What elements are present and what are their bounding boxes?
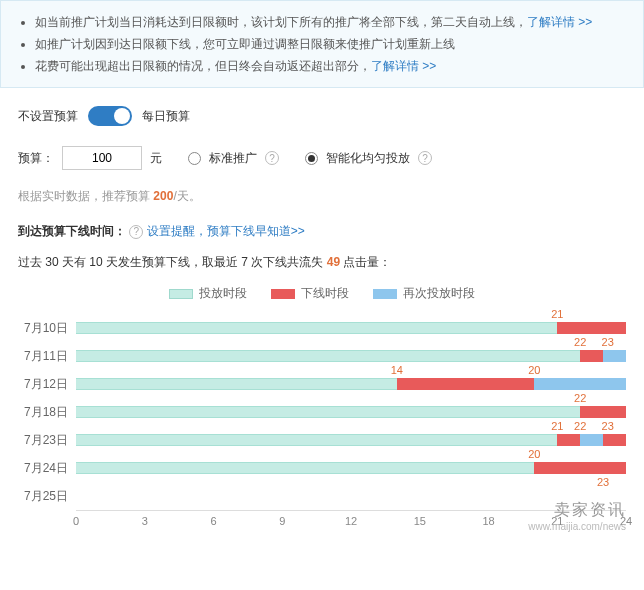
info-item: 如当前推广计划当日消耗达到日限额时，该计划下所有的推广将全部下线，第二天自动上线… — [35, 11, 629, 33]
chart-row: 7月24日20 — [18, 454, 626, 482]
value-label: 21 — [551, 420, 563, 432]
budget-toggle-row: 不设置预算 每日预算 — [18, 106, 626, 126]
value-label: 14 — [391, 364, 403, 376]
bar-area: 23 — [76, 490, 626, 502]
segment-re — [534, 378, 626, 390]
budget-toggle[interactable] — [88, 106, 132, 126]
segment-off — [603, 434, 626, 446]
segment-off — [397, 378, 535, 390]
x-tick: 3 — [142, 515, 148, 527]
offline-link-more[interactable]: 预算下线早知道>> — [207, 224, 305, 238]
y-label: 7月25日 — [18, 488, 76, 505]
segment-active — [76, 378, 397, 390]
value-label: 23 — [602, 336, 614, 348]
toggle-left-label: 不设置预算 — [18, 108, 78, 125]
chart-row: 7月12日1420 — [18, 370, 626, 398]
help-icon[interactable]: ? — [265, 151, 279, 165]
legend-re: 再次投放时段 — [373, 285, 475, 302]
timeline-chart: 7月10日217月11日22237月12日14207月18日227月23日212… — [0, 314, 644, 540]
y-label: 7月11日 — [18, 348, 76, 365]
y-label: 7月18日 — [18, 404, 76, 421]
recommend-text: 根据实时数据，推荐预算 200/天。 — [18, 188, 626, 205]
chart-row: 7月25日23 — [18, 482, 626, 510]
y-label: 7月24日 — [18, 460, 76, 477]
info-link[interactable]: 了解详情 >> — [371, 59, 436, 73]
budget-unit: 元 — [150, 150, 162, 167]
segment-re — [580, 434, 603, 446]
y-label: 7月12日 — [18, 376, 76, 393]
budget-input[interactable] — [62, 146, 142, 170]
value-label: 20 — [528, 364, 540, 376]
segment-off — [580, 350, 603, 362]
value-label: 23 — [602, 420, 614, 432]
offline-row: 到达预算下线时间： ? 设置提醒，预算下线早知道>> — [18, 223, 626, 240]
segment-active — [76, 434, 557, 446]
value-label: 20 — [528, 448, 540, 460]
budget-row: 预算： 元 标准推广 ? 智能化均匀投放 ? — [18, 146, 626, 170]
x-tick: 6 — [210, 515, 216, 527]
x-tick: 24 — [620, 515, 632, 527]
segment-off — [534, 462, 626, 474]
x-tick: 12 — [345, 515, 357, 527]
bar-area: 212223 — [76, 434, 626, 446]
value-label: 22 — [574, 336, 586, 348]
chart-legend: 投放时段 下线时段 再次投放时段 — [18, 285, 626, 302]
chart-row: 7月18日22 — [18, 398, 626, 426]
x-tick: 21 — [551, 515, 563, 527]
toggle-right-label: 每日预算 — [142, 108, 190, 125]
segment-off — [557, 322, 626, 334]
segment-active — [76, 462, 534, 474]
segment-active — [76, 406, 580, 418]
bar-area: 2223 — [76, 350, 626, 362]
x-tick: 0 — [73, 515, 79, 527]
legend-off: 下线时段 — [271, 285, 349, 302]
x-tick: 18 — [482, 515, 494, 527]
chart-row: 7月10日21 — [18, 314, 626, 342]
legend-active: 投放时段 — [169, 285, 247, 302]
bar-area: 21 — [76, 322, 626, 334]
radio-smart[interactable] — [305, 152, 318, 165]
help-icon[interactable]: ? — [129, 225, 143, 239]
segment-active — [76, 322, 557, 334]
radio-standard[interactable] — [188, 152, 201, 165]
segment-off — [580, 406, 626, 418]
info-item: 如推广计划因到达日限额下线，您可立即通过调整日限额来使推广计划重新上线 — [35, 33, 629, 55]
value-label: 21 — [551, 308, 563, 320]
offline-label: 到达预算下线时间： — [18, 224, 126, 238]
x-tick: 9 — [279, 515, 285, 527]
segment-re — [603, 350, 626, 362]
y-label: 7月23日 — [18, 432, 76, 449]
y-label: 7月10日 — [18, 320, 76, 337]
info-link[interactable]: 了解详情 >> — [527, 15, 592, 29]
x-axis: 03691215182124 — [76, 510, 626, 530]
bar-area: 22 — [76, 406, 626, 418]
stats-text: 过去 30 天有 10 天发生预算下线，取最近 7 次下线共流失 49 点击量： — [18, 254, 626, 271]
radio-smart-label: 智能化均匀投放 — [326, 150, 410, 167]
offline-link-remind[interactable]: 设置提醒， — [147, 224, 207, 238]
value-label: 22 — [574, 392, 586, 404]
segment-active — [76, 350, 580, 362]
bar-area: 1420 — [76, 378, 626, 390]
segment-off — [557, 434, 580, 446]
budget-label: 预算： — [18, 150, 54, 167]
value-label: 22 — [574, 420, 586, 432]
info-item: 花费可能出现超出日限额的情况，但日终会自动返还超出部分，了解详情 >> — [35, 55, 629, 77]
x-tick: 15 — [414, 515, 426, 527]
bar-area: 20 — [76, 462, 626, 474]
info-box: 如当前推广计划当日消耗达到日限额时，该计划下所有的推广将全部下线，第二天自动上线… — [0, 0, 644, 88]
radio-standard-label: 标准推广 — [209, 150, 257, 167]
value-label: 23 — [597, 476, 609, 488]
help-icon[interactable]: ? — [418, 151, 432, 165]
